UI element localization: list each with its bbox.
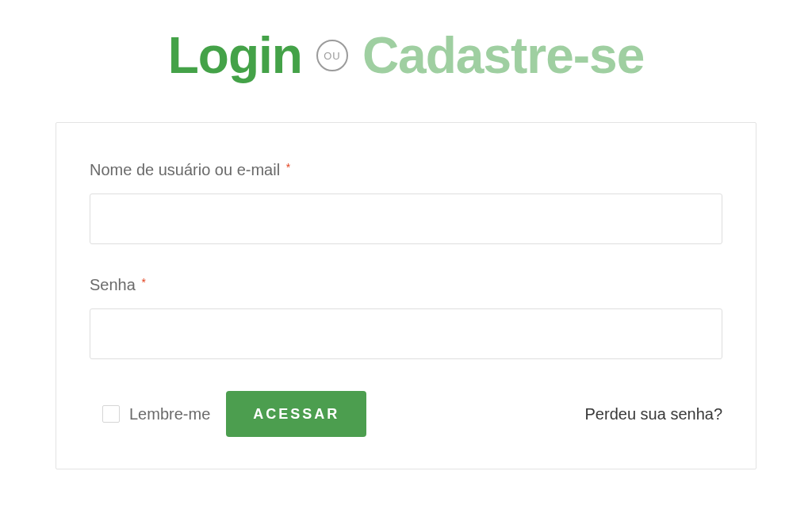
footer-left: Lembre-me ACESSAR xyxy=(90,391,366,437)
lost-password-link[interactable]: Perdeu sua senha? xyxy=(585,405,722,423)
username-input[interactable] xyxy=(90,193,722,244)
password-group: Senha * xyxy=(90,276,722,359)
password-input[interactable] xyxy=(90,308,722,359)
form-footer: Lembre-me ACESSAR Perdeu sua senha? xyxy=(90,391,722,437)
remember-label: Lembre-me xyxy=(129,405,210,423)
required-star: * xyxy=(286,161,290,174)
username-label: Nome de usuário ou e-mail * xyxy=(90,161,722,179)
login-form: Nome de usuário ou e-mail * Senha * Lemb… xyxy=(56,122,756,469)
submit-button[interactable]: ACESSAR xyxy=(226,391,366,437)
remember-me[interactable]: Lembre-me xyxy=(102,405,210,423)
checkbox-icon[interactable] xyxy=(102,405,120,423)
or-pill: OU xyxy=(316,40,348,71)
tab-login[interactable]: Login xyxy=(168,30,302,81)
username-group: Nome de usuário ou e-mail * xyxy=(90,161,722,244)
password-label: Senha * xyxy=(90,276,722,294)
tab-register[interactable]: Cadastre-se xyxy=(362,30,644,81)
required-star: * xyxy=(141,276,145,289)
auth-tabs: Login OU Cadastre-se xyxy=(56,30,756,81)
